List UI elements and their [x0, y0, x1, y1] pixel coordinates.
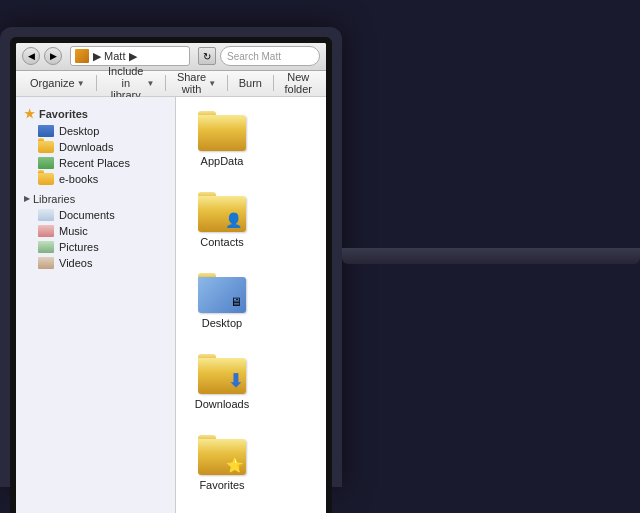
title-bar: ◀ ▶ ▶ Matt ▶ ↻ Search Matt [16, 43, 326, 71]
address-bar[interactable]: ▶ Matt ▶ [70, 46, 190, 66]
videos-icon [38, 257, 54, 269]
music-icon [38, 225, 54, 237]
main-area: ★ Favorites Desktop Downloads Recent Pla… [16, 97, 326, 514]
new-folder-button[interactable]: New folder [278, 72, 318, 94]
folder-icon-desktop: 🖥 [198, 273, 246, 313]
folder-favorites[interactable]: ⭐ Favorites [186, 431, 258, 496]
folder-grid: AppData 👤 Contacts [186, 107, 316, 514]
folder-icon-favorites: ⭐ [198, 435, 246, 475]
toolbar-separator-4 [273, 75, 274, 91]
downloads-icon [38, 141, 54, 153]
sidebar-item-recent-places[interactable]: Recent Places [16, 155, 175, 171]
share-with-button[interactable]: Share with ▼ [171, 72, 222, 94]
sidebar-item-downloads[interactable]: Downloads [16, 139, 175, 155]
sidebar-item-desktop[interactable]: Desktop [16, 123, 175, 139]
sidebar-item-documents[interactable]: Documents [16, 207, 175, 223]
organize-button[interactable]: Organize ▼ [24, 72, 91, 94]
folder-contacts[interactable]: 👤 Contacts [186, 188, 258, 253]
folder-label-desktop: Desktop [202, 317, 242, 330]
sidebar-item-ebooks[interactable]: e-books [16, 171, 175, 187]
ebooks-icon [38, 173, 54, 185]
folder-appdata[interactable]: AppData [186, 107, 258, 172]
path-icon [75, 49, 89, 63]
toolbar-separator-1 [96, 75, 97, 91]
toolbar-separator-3 [227, 75, 228, 91]
forward-button[interactable]: ▶ [44, 47, 62, 65]
screen: ◀ ▶ ▶ Matt ▶ ↻ Search Matt Organize [16, 43, 326, 514]
sidebar-item-videos[interactable]: Videos [16, 255, 175, 271]
folder-icon-contacts: 👤 [198, 192, 246, 232]
path-label: ▶ [93, 50, 101, 63]
documents-icon [38, 209, 54, 221]
search-label: Search Matt [227, 51, 281, 62]
laptop-bottom [342, 248, 640, 264]
desktop-icon [38, 125, 54, 137]
toolbar: Organize ▼ Include in library ▼ Share wi… [16, 71, 326, 97]
organize-arrow-icon: ▼ [77, 79, 85, 88]
share-arrow-icon: ▼ [208, 79, 216, 88]
folder-label-contacts: Contacts [200, 236, 243, 249]
sidebar: ★ Favorites Desktop Downloads Recent Pla… [16, 97, 176, 514]
sidebar-item-music[interactable]: Music [16, 223, 175, 239]
include-library-button[interactable]: Include in library ▼ [101, 72, 160, 94]
folder-label-downloads: Downloads [195, 398, 249, 411]
folder-desktop[interactable]: 🖥 Desktop [186, 269, 258, 334]
folder-icon-appdata [198, 111, 246, 151]
folder-downloads[interactable]: ⬇ Downloads [186, 350, 258, 415]
folder-icon-downloads: ⬇ [198, 354, 246, 394]
folder-label-favorites: Favorites [199, 479, 244, 492]
pictures-icon [38, 241, 54, 253]
refresh-button[interactable]: ↻ [198, 47, 216, 65]
content-area: AppData 👤 Contacts [176, 97, 326, 514]
burn-button[interactable]: Burn [233, 72, 268, 94]
search-bar[interactable]: Search Matt [220, 46, 320, 66]
include-arrow-icon: ▼ [146, 79, 154, 88]
sidebar-item-pictures[interactable]: Pictures [16, 239, 175, 255]
path-current: Matt [104, 50, 125, 62]
folder-label-appdata: AppData [201, 155, 244, 168]
laptop-outer: ◀ ▶ ▶ Matt ▶ ↻ Search Matt Organize [0, 27, 342, 487]
screen-bezel: ◀ ▶ ▶ Matt ▶ ↻ Search Matt Organize [10, 37, 332, 514]
libraries-chevron-icon: ▶ [24, 194, 30, 203]
toolbar-separator-2 [165, 75, 166, 91]
recent-places-icon [38, 157, 54, 169]
favorites-section-title: ★ Favorites [16, 103, 175, 123]
libraries-section-header[interactable]: ▶ Libraries [16, 187, 175, 207]
back-button[interactable]: ◀ [22, 47, 40, 65]
favorites-star-icon: ★ [24, 107, 35, 121]
